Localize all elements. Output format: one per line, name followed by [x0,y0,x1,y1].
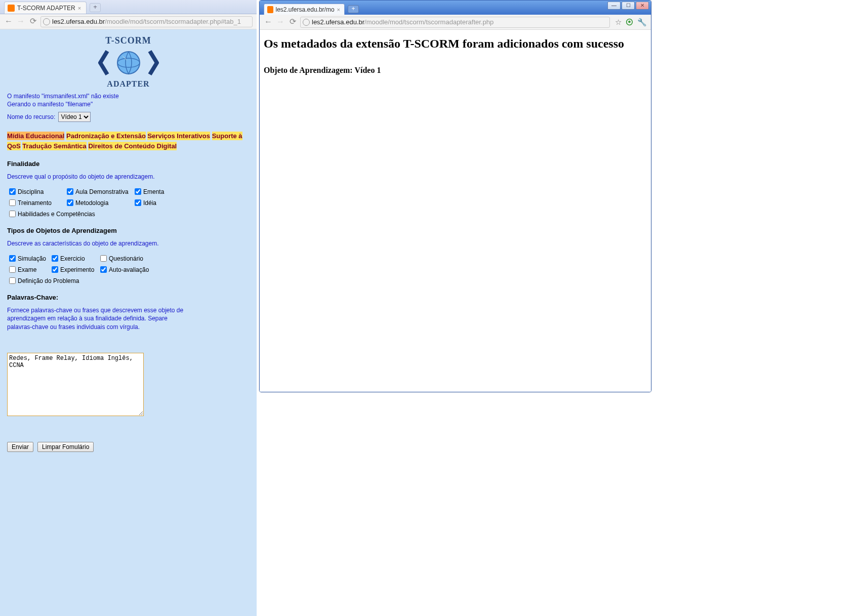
check-metodologia[interactable]: Metodologia [67,199,133,207]
checkbox[interactable] [100,266,107,273]
minimize-button[interactable]: — [607,2,621,10]
sec1-desc: Descreve qual o propósito do objeto de a… [7,173,250,181]
checkbox[interactable] [67,188,73,195]
right-titlebar: les2.ufersa.edu.br/mo × + — ☐ ✕ [260,1,651,15]
reload-button[interactable]: ⟳ [28,17,37,26]
globe-icon [43,18,50,25]
extension-icon[interactable]: ⦿ [626,18,633,26]
check-simulacao[interactable]: Simulação [9,255,50,262]
new-tab-button[interactable]: + [90,3,101,12]
close-tab-icon[interactable]: × [337,7,340,13]
check-label: Exame [18,266,36,273]
sec2-check-grid: Simulação Exercicio Questionário Exame E… [9,255,250,284]
globe-icon [303,19,310,26]
maximize-button[interactable]: ☐ [622,2,635,10]
check-label: Questionário [109,255,143,262]
back-button[interactable]: ← [264,18,273,27]
check-habilidades[interactable]: Habilidades e Competências [9,211,250,218]
check-definicao-problema[interactable]: Definição do Problema [9,277,250,284]
tab-padronizacao[interactable]: Padronização e Extensão [66,132,146,140]
close-tab-icon[interactable]: × [78,5,81,11]
clear-button[interactable]: Limpar Fomulário [37,442,94,452]
right-tab-title: les2.ufersa.edu.br/mo [276,6,335,13]
reload-button[interactable]: ⟳ [288,18,297,27]
bookmark-star-icon[interactable]: ☆ [615,18,622,27]
check-label: Aula Demonstrativa [75,188,129,195]
check-disciplina[interactable]: Disciplina [9,188,65,195]
checkbox[interactable] [52,266,58,273]
right-browser-window: les2.ufersa.edu.br/mo × + — ☐ ✕ ← → ⟳ le… [259,0,651,392]
sec3-title: Palavras-Chave: [7,294,250,301]
forward-button[interactable]: → [276,18,285,27]
left-browser-window: T-SCORM ADAPTER × + ← → ⟳ les2.ufersa.ed… [0,0,257,616]
right-toolbar-icons: ☆ ⦿ 🔧 [615,18,647,27]
check-experimento[interactable]: Experimento [52,266,98,273]
right-address-bar[interactable]: les2.ufersa.edu.br/moodle/mod/tscorm/tsc… [300,17,610,28]
tscorm-logo: T-SCORM ADAPTER [7,35,250,89]
object-subheading: Objeto de Aprendizagem: Vídeo 1 [264,66,647,75]
checkbox[interactable] [67,199,73,206]
category-tab-strip: Mídia Educacional Padronização e Extensã… [7,131,250,151]
sec2-title: Tipos de Objetos de Aprendizagem [7,227,250,234]
check-treinamento[interactable]: Treinamento [9,199,65,207]
left-url-domain: les2.ufersa.edu.br [52,18,105,25]
tab-midia-educacional[interactable]: Mídia Educacional [7,132,64,140]
checkbox[interactable] [9,255,16,262]
left-tab[interactable]: T-SCORM ADAPTER × [4,2,87,14]
sec1-check-grid: Disciplina Aula Demonstrativa Ementa Tre… [9,188,250,218]
check-questionario[interactable]: Questionário [100,255,250,262]
checkbox[interactable] [9,277,16,284]
form-button-row: Enviar Limpar Fomulário [7,442,250,452]
sec3-desc: Fornece palavras-chave ou frases que des… [7,306,184,332]
right-page-content: Os metadados da extensão T-SCORM foram a… [260,30,651,392]
resource-row: Nome do recurso: Vídeo 1 [7,112,250,122]
window-controls: — ☐ ✕ [607,2,649,10]
left-tab-title: T-SCORM ADAPTER [17,5,75,12]
close-window-button[interactable]: ✕ [636,2,649,10]
check-auto-avaliacao[interactable]: Auto-avaliação [100,266,250,273]
favicon-icon [267,6,273,13]
tab-direitos[interactable]: Direitos de Conteúdo Digital [88,142,177,150]
checkbox[interactable] [135,199,141,206]
resource-select[interactable]: Vídeo 1 [58,112,91,122]
checkbox[interactable] [100,255,107,262]
checkbox[interactable] [9,211,16,217]
left-address-bar[interactable]: les2.ufersa.edu.br/moodle/mod/tscorm/tsc… [40,16,253,27]
tab-traducao[interactable]: Tradução Semântica [22,142,86,150]
keywords-textarea[interactable] [7,353,144,416]
right-nav-toolbar: ← → ⟳ les2.ufersa.edu.br/moodle/mod/tsco… [260,15,651,30]
check-label: Auto-avaliação [109,266,149,273]
right-url-path: /moodle/mod/tscorm/tscormadapterafter.ph… [364,18,494,26]
svg-point-0 [117,52,140,74]
forward-button[interactable]: → [16,17,25,26]
left-url-path: /moodle/mod/tscorm/tscormadapter.php#tab… [105,18,241,25]
check-label: Metodologia [75,199,108,207]
checkbox[interactable] [9,188,16,195]
checkbox[interactable] [135,188,141,195]
left-page-content: T-SCORM ADAPTER O manifesto "imsmanifest… [0,29,257,616]
check-label: Exercicio [60,255,85,262]
check-aula-demonstrativa[interactable]: Aula Demonstrativa [67,188,133,195]
check-label: Habilidades e Competências [18,211,95,218]
check-ideia[interactable]: Idéia [135,199,250,207]
checkbox[interactable] [9,199,16,206]
right-tab[interactable]: les2.ufersa.edu.br/mo × [264,4,345,15]
check-exame[interactable]: Exame [9,266,50,273]
logo-line1: T-SCORM [7,35,250,46]
status-line-2: Gerando o manifesto "filename" [7,101,250,108]
favicon-icon [8,5,15,12]
globe-arrows-icon [98,47,159,78]
check-ementa[interactable]: Ementa [135,188,250,195]
checkbox[interactable] [9,266,16,273]
status-line-1: O manifesto "imsmanifest.xml" não existe [7,93,250,100]
left-tabbar: T-SCORM ADAPTER × + [0,0,257,14]
back-button[interactable]: ← [4,17,13,26]
tab-servicos[interactable]: Serviços Interativos [147,132,210,140]
wrench-icon[interactable]: 🔧 [637,18,647,27]
submit-button[interactable]: Enviar [7,442,33,452]
check-label: Simulação [18,255,46,262]
check-exercicio[interactable]: Exercicio [52,255,98,262]
checkbox[interactable] [52,255,58,262]
check-label: Ementa [143,188,164,195]
new-tab-button[interactable]: + [348,5,359,13]
